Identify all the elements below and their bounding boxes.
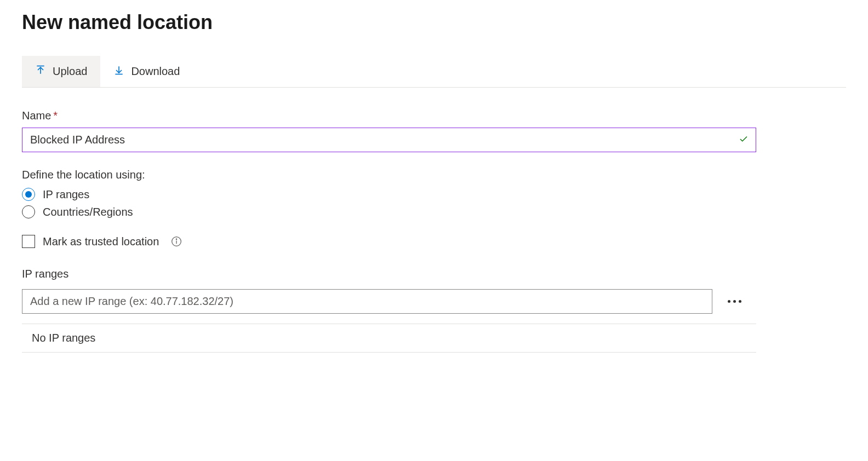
- more-options-icon[interactable]: [723, 296, 746, 307]
- radio-ip-ranges[interactable]: IP ranges: [22, 188, 756, 201]
- define-heading: Define the location using:: [22, 169, 756, 181]
- radio-ip-ranges-label: IP ranges: [43, 188, 89, 201]
- trusted-checkbox[interactable]: [22, 235, 35, 248]
- ip-input-row: [22, 289, 756, 324]
- toolbar: Upload Download: [22, 56, 846, 88]
- define-radio-group: Define the location using: IP ranges Cou…: [22, 169, 756, 218]
- upload-icon: [35, 65, 46, 78]
- name-field-label: Name*: [22, 110, 756, 122]
- name-label-text: Name: [22, 110, 51, 122]
- ip-ranges-heading: IP ranges: [22, 268, 756, 280]
- svg-point-6: [176, 239, 177, 239]
- radio-countries[interactable]: Countries/Regions: [22, 205, 756, 218]
- checkmark-icon: [739, 134, 749, 146]
- radio-countries-label: Countries/Regions: [43, 206, 133, 218]
- download-label: Download: [131, 65, 180, 78]
- ip-range-input[interactable]: [22, 289, 712, 314]
- download-icon: [113, 65, 124, 78]
- name-input[interactable]: [22, 128, 756, 152]
- ip-ranges-empty-message: No IP ranges: [22, 324, 756, 353]
- required-star: *: [53, 110, 58, 122]
- radio-icon-unchecked: [22, 205, 35, 218]
- page-title: New named location: [22, 11, 846, 34]
- info-icon[interactable]: [171, 236, 182, 247]
- form-section: Name* Define the location using: IP rang…: [22, 110, 756, 353]
- radio-icon-checked: [22, 188, 35, 201]
- upload-button[interactable]: Upload: [22, 56, 100, 87]
- upload-label: Upload: [53, 65, 87, 78]
- download-button[interactable]: Download: [100, 56, 193, 87]
- name-input-wrapper: [22, 128, 756, 152]
- trusted-label: Mark as trusted location: [43, 235, 159, 248]
- trusted-checkbox-row: Mark as trusted location: [22, 235, 756, 248]
